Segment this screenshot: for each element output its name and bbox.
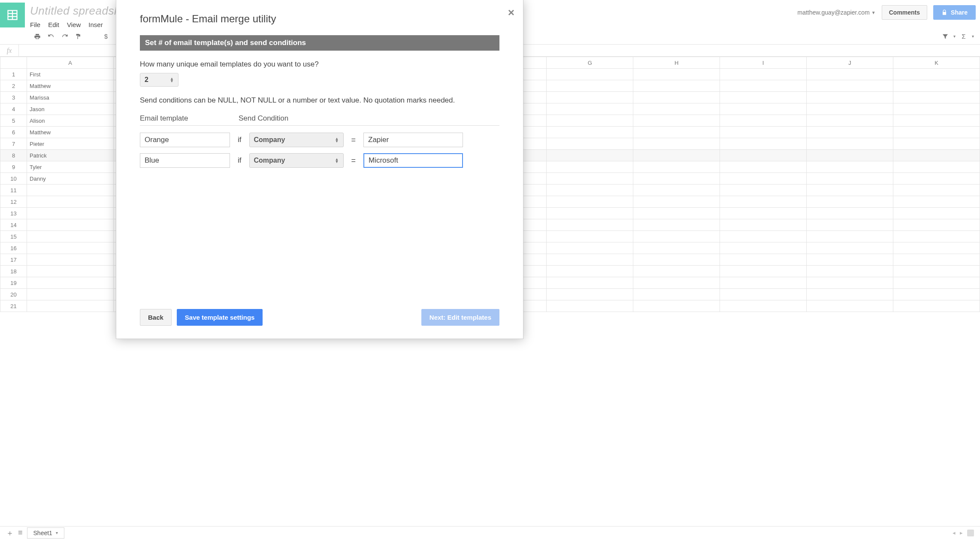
row-header[interactable]: 7 [0, 138, 27, 150]
cell[interactable] [547, 196, 633, 208]
row-header[interactable]: 21 [0, 300, 27, 312]
menu-file[interactable]: File [30, 21, 40, 28]
cell[interactable] [893, 185, 980, 196]
cell[interactable] [807, 185, 893, 196]
cell[interactable]: Jason [27, 103, 114, 115]
save-template-settings-button[interactable]: Save template settings [177, 309, 263, 326]
cell[interactable] [807, 300, 893, 312]
cell[interactable] [893, 127, 980, 138]
cell[interactable] [633, 254, 720, 266]
select-all-cell[interactable] [0, 57, 27, 69]
cell[interactable] [633, 161, 720, 173]
row-header[interactable]: 8 [0, 150, 27, 161]
functions-icon[interactable]: Σ [960, 33, 968, 40]
row-header[interactable]: 17 [0, 254, 27, 266]
cell[interactable]: First [27, 69, 114, 80]
condition-value-input[interactable] [363, 153, 463, 168]
menu-insert[interactable]: Inser [88, 21, 103, 28]
cell[interactable] [807, 289, 893, 300]
cell[interactable] [27, 185, 114, 196]
cell[interactable] [633, 266, 720, 277]
cell[interactable] [807, 92, 893, 103]
close-icon[interactable]: × [508, 6, 514, 19]
filter-caret-icon[interactable]: ▾ [953, 34, 956, 39]
cell[interactable] [720, 161, 807, 173]
cell[interactable] [633, 208, 720, 219]
cell[interactable] [720, 254, 807, 266]
cell[interactable] [547, 254, 633, 266]
cell[interactable] [27, 289, 114, 300]
column-header[interactable]: H [633, 57, 720, 69]
cell[interactable] [547, 103, 633, 115]
cell[interactable] [27, 242, 114, 254]
cell[interactable] [633, 115, 720, 127]
cell[interactable] [633, 231, 720, 242]
cell[interactable] [893, 173, 980, 185]
scroll-left-icon[interactable]: ◂ [953, 530, 956, 536]
all-sheets-button[interactable]: ≡ [18, 528, 23, 537]
cell[interactable] [720, 92, 807, 103]
cell[interactable] [720, 69, 807, 80]
sheet-tab-sheet1[interactable]: Sheet1 ▾ [27, 527, 64, 539]
share-button[interactable]: Share [933, 5, 976, 20]
cell[interactable] [547, 289, 633, 300]
cell[interactable] [27, 196, 114, 208]
print-icon[interactable] [33, 33, 41, 40]
cell[interactable] [807, 254, 893, 266]
condition-field-select[interactable]: Company ▲▼ [249, 153, 344, 168]
cell[interactable] [893, 254, 980, 266]
cell[interactable] [547, 138, 633, 150]
cell[interactable]: Matthew [27, 127, 114, 138]
cell[interactable] [27, 277, 114, 289]
cell[interactable] [720, 150, 807, 161]
column-header[interactable]: K [893, 57, 980, 69]
cell[interactable] [720, 300, 807, 312]
explore-icon[interactable] [967, 530, 974, 536]
cell[interactable] [720, 127, 807, 138]
cell[interactable] [807, 173, 893, 185]
cell[interactable] [547, 173, 633, 185]
back-button[interactable]: Back [140, 309, 172, 326]
column-header[interactable]: G [547, 57, 633, 69]
cell[interactable] [807, 196, 893, 208]
cell[interactable] [720, 115, 807, 127]
cell[interactable] [893, 196, 980, 208]
user-email[interactable]: matthew.guay@zapier.com ▼ [798, 9, 876, 16]
cell[interactable] [720, 80, 807, 92]
cell[interactable] [893, 242, 980, 254]
cell[interactable] [720, 208, 807, 219]
cell[interactable] [633, 173, 720, 185]
cell[interactable] [893, 115, 980, 127]
row-header[interactable]: 2 [0, 80, 27, 92]
filter-icon[interactable] [941, 33, 949, 40]
comments-button[interactable]: Comments [882, 5, 927, 20]
cell[interactable] [547, 242, 633, 254]
cell[interactable] [547, 277, 633, 289]
cell[interactable] [547, 150, 633, 161]
cell[interactable] [720, 173, 807, 185]
add-sheet-button[interactable]: ＋ [6, 528, 14, 538]
cell[interactable] [633, 138, 720, 150]
cell[interactable]: Marissa [27, 92, 114, 103]
paint-format-icon[interactable] [75, 33, 82, 40]
template-name-input[interactable] [140, 153, 230, 168]
cell[interactable] [547, 300, 633, 312]
cell[interactable] [633, 185, 720, 196]
cell[interactable] [807, 208, 893, 219]
row-header[interactable]: 13 [0, 208, 27, 219]
next-edit-templates-button[interactable]: Next: Edit templates [421, 309, 499, 326]
cell[interactable] [893, 231, 980, 242]
cell[interactable] [547, 161, 633, 173]
row-header[interactable]: 4 [0, 103, 27, 115]
cell[interactable] [547, 127, 633, 138]
cell[interactable] [27, 219, 114, 231]
redo-icon[interactable] [61, 33, 69, 40]
cell[interactable] [547, 219, 633, 231]
cell[interactable] [633, 242, 720, 254]
template-count-select[interactable]: 2 ▲▼ [140, 73, 178, 87]
cell[interactable] [893, 92, 980, 103]
cell[interactable]: Pieter [27, 138, 114, 150]
cell[interactable]: Alison [27, 115, 114, 127]
row-header[interactable]: 6 [0, 127, 27, 138]
cell[interactable] [633, 289, 720, 300]
